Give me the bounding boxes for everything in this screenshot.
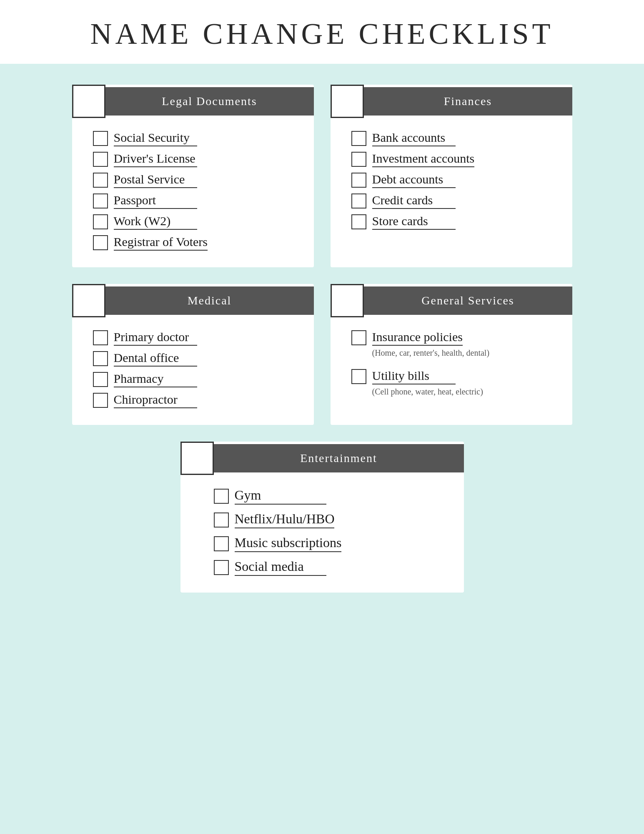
list-item: Social Security (93, 131, 301, 146)
item-label-dental-office: Dental office (114, 351, 197, 367)
item-checkbox-investment-accounts[interactable] (351, 152, 366, 167)
list-item: Investment accounts (351, 151, 560, 167)
item-label-insurance: Insurance policies (372, 330, 463, 346)
item-checkbox-dental-office[interactable] (93, 351, 108, 366)
list-item: Pharmacy (93, 372, 301, 387)
medical-section-checkbox[interactable] (72, 284, 105, 317)
item-checkbox-utility-bills[interactable] (351, 369, 366, 384)
item-label-registrar: Registrar of Voters (114, 235, 208, 251)
finances-title: Finances (364, 87, 572, 116)
page-title: NAME CHANGE CHECKLIST (0, 17, 644, 51)
section-general: General Services Insurance policies (Hom… (331, 284, 572, 425)
item-checkbox-pharmacy[interactable] (93, 372, 108, 387)
item-label-investment-accounts: Investment accounts (372, 151, 475, 167)
item-label-pharmacy: Pharmacy (114, 372, 197, 387)
list-item: Debt accounts (351, 172, 560, 188)
item-label-passport: Passport (114, 193, 197, 209)
section-medical: Medical Primary doctor Dental office Pha… (72, 284, 314, 425)
item-checkbox-gym[interactable] (214, 489, 229, 504)
list-item: Utility bills (351, 369, 560, 384)
item-label-bank-accounts: Bank accounts (372, 131, 456, 146)
item-checkbox-store-cards[interactable] (351, 214, 366, 229)
general-title: General Services (364, 286, 572, 315)
main-content: Legal Documents Social Security Driver's… (51, 85, 593, 618)
item-label-chiropractor: Chiropractor (114, 392, 197, 408)
list-item: Music subscriptions (214, 535, 447, 552)
legal-section-checkbox[interactable] (72, 85, 105, 118)
list-item: Registrar of Voters (93, 235, 301, 251)
item-checkbox-social-security[interactable] (93, 131, 108, 146)
section-finances: Finances Bank accounts Investment accoun… (331, 85, 572, 267)
item-label-music: Music subscriptions (235, 535, 342, 552)
entertainment-header-row: Entertainment (180, 442, 464, 475)
medical-header-row: Medical (72, 284, 314, 317)
item-checkbox-music[interactable] (214, 536, 229, 551)
item-label-debt-accounts: Debt accounts (372, 172, 456, 188)
general-section-checkbox[interactable] (331, 284, 364, 317)
row-2: Medical Primary doctor Dental office Pha… (51, 284, 593, 425)
item-checkbox-insurance[interactable] (351, 330, 366, 345)
item-sublabel-insurance: (Home, car, renter's, health, dental) (372, 348, 560, 358)
legal-items: Social Security Driver's License Postal … (72, 126, 314, 255)
general-items: Insurance policies (Home, car, renter's,… (331, 326, 572, 401)
item-checkbox-work-w2[interactable] (93, 214, 108, 229)
list-item: Passport (93, 193, 301, 209)
list-item: Postal Service (93, 172, 301, 188)
item-label-drivers-license: Driver's License (114, 151, 197, 167)
general-header-row: General Services (331, 284, 572, 317)
row-1: Legal Documents Social Security Driver's… (51, 85, 593, 267)
list-item: Chiropractor (93, 392, 301, 408)
list-item: Gym (214, 487, 447, 505)
item-label-netflix: Netflix/Hulu/HBO (235, 511, 335, 528)
finances-items: Bank accounts Investment accounts Debt a… (331, 126, 572, 234)
finances-section-checkbox[interactable] (331, 85, 364, 118)
item-checkbox-credit-cards[interactable] (351, 193, 366, 208)
list-item: Store cards (351, 214, 560, 230)
list-item: Work (W2) (93, 214, 301, 230)
item-checkbox-chiropractor[interactable] (93, 393, 108, 408)
item-label-store-cards: Store cards (372, 214, 456, 230)
section-entertainment: Entertainment Gym Netflix/Hulu/HBO Music… (180, 442, 464, 593)
item-checkbox-social-media[interactable] (214, 560, 229, 575)
list-item: Social media (214, 559, 447, 576)
item-label-utility-bills: Utility bills (372, 369, 456, 384)
item-checkbox-registrar[interactable] (93, 235, 108, 250)
list-item: Driver's License (93, 151, 301, 167)
legal-title: Legal Documents (105, 87, 314, 116)
item-label-postal-service: Postal Service (114, 172, 197, 188)
item-checkbox-bank-accounts[interactable] (351, 131, 366, 146)
item-sublabel-utility-bills: (Cell phone, water, heat, electric) (372, 387, 560, 397)
item-checkbox-postal-service[interactable] (93, 173, 108, 188)
item-label-social-media: Social media (235, 559, 326, 576)
legal-header-row: Legal Documents (72, 85, 314, 118)
list-item: Credit cards (351, 193, 560, 209)
entertainment-section-checkbox[interactable] (180, 442, 214, 475)
entertainment-title: Entertainment (214, 444, 464, 472)
item-label-credit-cards: Credit cards (372, 193, 456, 209)
item-checkbox-netflix[interactable] (214, 512, 229, 528)
list-item: Dental office (93, 351, 301, 367)
row-3: Entertainment Gym Netflix/Hulu/HBO Music… (51, 442, 593, 593)
list-item: Bank accounts (351, 131, 560, 146)
list-item: Primary doctor (93, 330, 301, 346)
item-label-gym: Gym (235, 487, 326, 505)
header: NAME CHANGE CHECKLIST (0, 0, 644, 64)
item-label-work-w2: Work (W2) (114, 214, 197, 230)
item-checkbox-passport[interactable] (93, 193, 108, 208)
list-item: Insurance policies (351, 330, 560, 346)
item-checkbox-primary-doctor[interactable] (93, 330, 108, 345)
entertainment-items: Gym Netflix/Hulu/HBO Music subscriptions… (180, 483, 464, 580)
item-checkbox-debt-accounts[interactable] (351, 173, 366, 188)
item-label-primary-doctor: Primary doctor (114, 330, 197, 346)
item-label-social-security: Social Security (114, 131, 197, 146)
medical-title: Medical (105, 286, 314, 315)
list-item: Netflix/Hulu/HBO (214, 511, 447, 528)
section-legal: Legal Documents Social Security Driver's… (72, 85, 314, 267)
finances-header-row: Finances (331, 85, 572, 118)
item-checkbox-drivers-license[interactable] (93, 152, 108, 167)
medical-items: Primary doctor Dental office Pharmacy Ch… (72, 326, 314, 412)
